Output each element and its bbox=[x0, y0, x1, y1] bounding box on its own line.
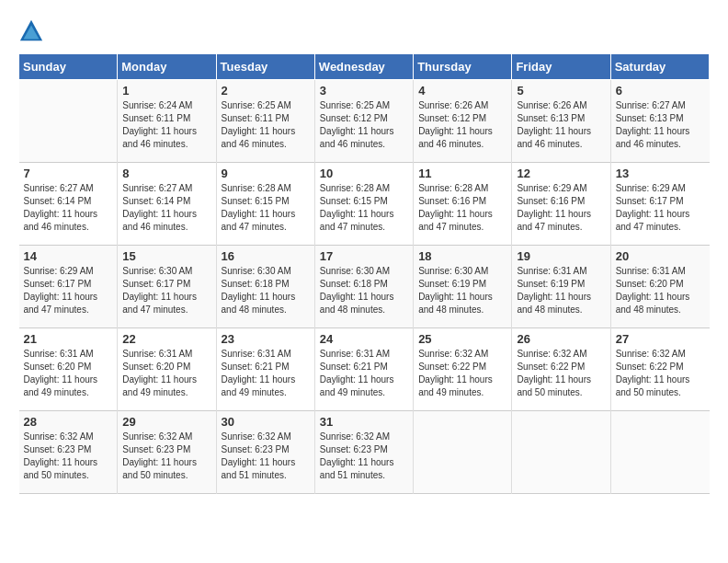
day-number: 25 bbox=[418, 332, 506, 346]
sunset-text: Sunset: 6:17 PM bbox=[122, 279, 190, 289]
calendar-cell: 19Sunrise: 6:31 AMSunset: 6:19 PMDayligh… bbox=[512, 246, 610, 328]
daylight-text: Daylight: 11 hours and 51 minutes. bbox=[222, 457, 296, 480]
daylight-text: Daylight: 11 hours and 47 minutes. bbox=[122, 292, 197, 315]
calendar-cell: 3Sunrise: 6:25 AMSunset: 6:12 PMDaylight… bbox=[314, 80, 413, 163]
sunset-text: Sunset: 6:15 PM bbox=[320, 196, 388, 206]
calendar-cell: 25Sunrise: 6:32 AMSunset: 6:22 PMDayligh… bbox=[414, 328, 512, 411]
calendar-week-row: 21Sunrise: 6:31 AMSunset: 6:20 PMDayligh… bbox=[19, 328, 710, 411]
sunset-text: Sunset: 6:23 PM bbox=[320, 444, 388, 454]
day-number: 14 bbox=[24, 249, 113, 263]
weekday-header-thursday: Thursday bbox=[414, 54, 512, 80]
calendar-week-row: 1Sunrise: 6:24 AMSunset: 6:11 PMDaylight… bbox=[19, 80, 710, 163]
day-number: 2 bbox=[222, 84, 310, 98]
day-info: Sunrise: 6:32 AMSunset: 6:23 PMDaylight:… bbox=[222, 431, 310, 482]
sunrise-text: Sunrise: 6:27 AM bbox=[616, 100, 686, 110]
day-number: 26 bbox=[517, 332, 605, 346]
daylight-text: Daylight: 11 hours and 49 minutes. bbox=[418, 374, 493, 397]
calendar-cell: 14Sunrise: 6:29 AMSunset: 6:17 PMDayligh… bbox=[19, 246, 118, 328]
daylight-text: Daylight: 11 hours and 48 minutes. bbox=[222, 292, 296, 315]
daylight-text: Daylight: 11 hours and 49 minutes. bbox=[24, 374, 98, 397]
calendar-cell: 6Sunrise: 6:27 AMSunset: 6:13 PMDaylight… bbox=[610, 80, 709, 163]
calendar-week-row: 28Sunrise: 6:32 AMSunset: 6:23 PMDayligh… bbox=[19, 411, 710, 494]
sunset-text: Sunset: 6:20 PM bbox=[122, 362, 190, 372]
sunrise-text: Sunrise: 6:31 AM bbox=[122, 349, 192, 359]
daylight-text: Daylight: 11 hours and 46 minutes. bbox=[122, 126, 197, 149]
logo-icon bbox=[18, 18, 44, 44]
daylight-text: Daylight: 11 hours and 48 minutes. bbox=[418, 292, 493, 315]
day-number: 19 bbox=[517, 249, 605, 263]
day-number: 21 bbox=[24, 332, 113, 346]
calendar-cell: 2Sunrise: 6:25 AMSunset: 6:11 PMDaylight… bbox=[216, 80, 314, 163]
calendar-cell: 16Sunrise: 6:30 AMSunset: 6:18 PMDayligh… bbox=[216, 246, 314, 328]
sunset-text: Sunset: 6:15 PM bbox=[222, 196, 290, 206]
day-number: 24 bbox=[320, 332, 408, 346]
day-number: 15 bbox=[122, 249, 210, 263]
calendar-cell: 24Sunrise: 6:31 AMSunset: 6:21 PMDayligh… bbox=[314, 328, 413, 411]
page-header bbox=[18, 18, 710, 44]
day-info: Sunrise: 6:32 AMSunset: 6:22 PMDaylight:… bbox=[616, 348, 705, 399]
sunrise-text: Sunrise: 6:32 AM bbox=[122, 431, 192, 442]
day-info: Sunrise: 6:25 AMSunset: 6:11 PMDaylight:… bbox=[222, 99, 310, 151]
day-info: Sunrise: 6:27 AMSunset: 6:13 PMDaylight:… bbox=[616, 99, 705, 151]
day-number: 8 bbox=[122, 167, 210, 180]
day-number: 31 bbox=[320, 415, 408, 429]
sunrise-text: Sunrise: 6:31 AM bbox=[222, 349, 291, 359]
sunrise-text: Sunrise: 6:32 AM bbox=[418, 349, 488, 359]
sunrise-text: Sunrise: 6:31 AM bbox=[24, 349, 94, 359]
sunrise-text: Sunrise: 6:30 AM bbox=[418, 266, 488, 276]
calendar-cell: 23Sunrise: 6:31 AMSunset: 6:21 PMDayligh… bbox=[216, 328, 314, 411]
day-number: 23 bbox=[222, 332, 310, 346]
sunset-text: Sunset: 6:11 PM bbox=[122, 113, 190, 123]
day-number: 11 bbox=[418, 167, 506, 180]
daylight-text: Daylight: 11 hours and 48 minutes. bbox=[517, 292, 591, 315]
sunset-text: Sunset: 6:19 PM bbox=[517, 279, 585, 289]
sunrise-text: Sunrise: 6:25 AM bbox=[222, 100, 291, 110]
sunrise-text: Sunrise: 6:29 AM bbox=[24, 266, 94, 276]
sunrise-text: Sunrise: 6:29 AM bbox=[616, 183, 686, 193]
day-info: Sunrise: 6:32 AMSunset: 6:22 PMDaylight:… bbox=[517, 348, 605, 399]
sunrise-text: Sunrise: 6:32 AM bbox=[320, 431, 390, 442]
calendar-cell: 30Sunrise: 6:32 AMSunset: 6:23 PMDayligh… bbox=[216, 411, 314, 494]
day-number: 3 bbox=[320, 84, 408, 98]
day-number: 7 bbox=[24, 167, 113, 180]
calendar-week-row: 7Sunrise: 6:27 AMSunset: 6:14 PMDaylight… bbox=[19, 163, 710, 246]
daylight-text: Daylight: 11 hours and 46 minutes. bbox=[517, 126, 591, 149]
sunset-text: Sunset: 6:17 PM bbox=[24, 279, 92, 289]
weekday-header-friday: Friday bbox=[512, 54, 610, 80]
calendar-cell: 31Sunrise: 6:32 AMSunset: 6:23 PMDayligh… bbox=[314, 411, 413, 494]
sunrise-text: Sunrise: 6:26 AM bbox=[418, 100, 488, 110]
day-number: 9 bbox=[222, 167, 310, 180]
daylight-text: Daylight: 11 hours and 50 minutes. bbox=[517, 374, 591, 397]
weekday-header-monday: Monday bbox=[118, 54, 216, 80]
calendar-cell: 4Sunrise: 6:26 AMSunset: 6:12 PMDaylight… bbox=[414, 80, 512, 163]
day-info: Sunrise: 6:32 AMSunset: 6:23 PMDaylight:… bbox=[320, 431, 408, 482]
day-info: Sunrise: 6:31 AMSunset: 6:20 PMDaylight:… bbox=[122, 348, 210, 399]
calendar-cell: 29Sunrise: 6:32 AMSunset: 6:23 PMDayligh… bbox=[118, 411, 216, 494]
day-info: Sunrise: 6:30 AMSunset: 6:18 PMDaylight:… bbox=[320, 265, 408, 316]
daylight-text: Daylight: 11 hours and 48 minutes. bbox=[320, 292, 394, 315]
daylight-text: Daylight: 11 hours and 49 minutes. bbox=[122, 374, 197, 397]
sunset-text: Sunset: 6:22 PM bbox=[418, 362, 486, 372]
logo bbox=[18, 18, 48, 44]
calendar-cell: 1Sunrise: 6:24 AMSunset: 6:11 PMDaylight… bbox=[118, 80, 216, 163]
daylight-text: Daylight: 11 hours and 48 minutes. bbox=[616, 292, 690, 315]
calendar-week-row: 14Sunrise: 6:29 AMSunset: 6:17 PMDayligh… bbox=[19, 246, 710, 328]
calendar-cell: 12Sunrise: 6:29 AMSunset: 6:16 PMDayligh… bbox=[512, 163, 610, 246]
sunset-text: Sunset: 6:21 PM bbox=[320, 362, 388, 372]
day-info: Sunrise: 6:31 AMSunset: 6:21 PMDaylight:… bbox=[320, 348, 408, 399]
sunrise-text: Sunrise: 6:32 AM bbox=[24, 431, 94, 442]
day-info: Sunrise: 6:27 AMSunset: 6:14 PMDaylight:… bbox=[24, 182, 113, 234]
weekday-header-tuesday: Tuesday bbox=[216, 54, 314, 80]
calendar-cell: 21Sunrise: 6:31 AMSunset: 6:20 PMDayligh… bbox=[19, 328, 118, 411]
day-number: 13 bbox=[616, 167, 705, 180]
weekday-header-wednesday: Wednesday bbox=[314, 54, 413, 80]
daylight-text: Daylight: 11 hours and 46 minutes. bbox=[24, 209, 98, 232]
sunset-text: Sunset: 6:13 PM bbox=[517, 113, 585, 123]
sunrise-text: Sunrise: 6:29 AM bbox=[517, 183, 586, 193]
day-info: Sunrise: 6:29 AMSunset: 6:16 PMDaylight:… bbox=[517, 182, 605, 234]
day-number: 20 bbox=[616, 249, 705, 263]
calendar-header: SundayMondayTuesdayWednesdayThursdayFrid… bbox=[19, 54, 710, 80]
daylight-text: Daylight: 11 hours and 49 minutes. bbox=[222, 374, 296, 397]
day-info: Sunrise: 6:27 AMSunset: 6:14 PMDaylight:… bbox=[122, 182, 210, 234]
day-info: Sunrise: 6:31 AMSunset: 6:21 PMDaylight:… bbox=[222, 348, 310, 399]
